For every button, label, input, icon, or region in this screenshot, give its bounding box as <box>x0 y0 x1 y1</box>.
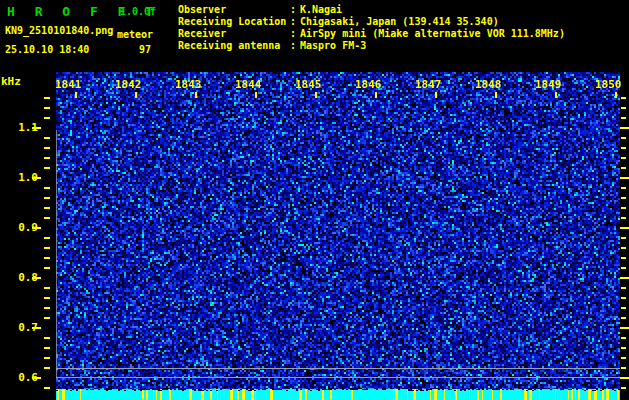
axis-tick <box>621 207 626 209</box>
axis-tick <box>621 117 626 119</box>
axis-tick <box>32 377 41 379</box>
axis-tick <box>435 92 437 98</box>
time-tick-label: 1845 <box>295 78 322 91</box>
info-row: Receiver:AirSpy mini (Miake alternative … <box>178 28 628 40</box>
axis-tick <box>621 357 626 359</box>
time-tick-label: 1847 <box>415 78 442 91</box>
axis-tick <box>135 92 137 98</box>
axis-tick <box>255 92 257 98</box>
axis-tick <box>44 137 50 139</box>
axis-tick <box>32 227 41 229</box>
axis-tick <box>620 127 629 129</box>
axis-tick <box>44 267 50 269</box>
info-separator: : <box>290 40 300 52</box>
axis-tick <box>621 367 626 369</box>
info-row: Receiving Location:Chigasaki, Japan (139… <box>178 16 628 28</box>
axis-tick <box>44 97 50 99</box>
axis-tick <box>195 92 197 98</box>
info-value: Maspro FM-3 <box>300 40 366 52</box>
axis-tick <box>44 307 50 309</box>
axis-tick <box>495 92 497 98</box>
time-tick-label: 1843 <box>175 78 202 91</box>
info-value: Chigasaki, Japan (139.414 35.340) <box>300 16 499 28</box>
axis-tick <box>621 257 626 259</box>
axis-tick <box>621 287 626 289</box>
axis-tick <box>621 217 626 219</box>
info-label: Receiving antenna <box>178 40 290 52</box>
meteor-count: 97 <box>127 44 151 55</box>
axis-tick <box>620 177 629 179</box>
axis-tick <box>44 317 50 319</box>
info-separator: : <box>290 4 300 16</box>
axis-tick <box>44 107 50 109</box>
filename-label: KN9_2510101840.png <box>5 25 113 36</box>
info-row: Receiving antenna:Maspro FM-3 <box>178 40 628 52</box>
axis-tick <box>44 197 50 199</box>
axis-tick <box>555 92 557 98</box>
info-label: Observer <box>178 4 290 16</box>
axis-tick <box>621 297 626 299</box>
version-label: 1.0.0f <box>120 6 156 17</box>
freq-axis-unit: kHz <box>1 75 21 88</box>
axis-tick <box>32 277 41 279</box>
axis-tick <box>621 137 626 139</box>
info-separator: : <box>290 16 300 28</box>
info-value: K.Nagai <box>300 4 342 16</box>
axis-tick <box>621 347 626 349</box>
axis-tick <box>44 287 50 289</box>
station-info: Observer:K.Nagai Receiving Location:Chig… <box>178 4 628 52</box>
axis-tick <box>44 207 50 209</box>
axis-tick <box>621 167 626 169</box>
axis-tick <box>32 127 41 129</box>
axis-tick <box>44 347 50 349</box>
time-tick-label: 1846 <box>355 78 382 91</box>
axis-tick <box>44 157 50 159</box>
axis-tick <box>615 92 617 98</box>
axis-tick <box>315 92 317 98</box>
axis-tick <box>75 92 77 98</box>
axis-tick <box>44 217 50 219</box>
axis-tick <box>621 147 626 149</box>
axis-tick <box>44 367 50 369</box>
axis-tick <box>32 177 41 179</box>
info-row: Observer:K.Nagai <box>178 4 628 16</box>
axis-tick <box>44 147 50 149</box>
axis-tick <box>620 227 629 229</box>
datetime-label: 25.10.10 18:40 <box>5 44 89 55</box>
axis-tick <box>621 197 626 199</box>
axis-tick <box>44 387 50 389</box>
axis-tick <box>621 337 626 339</box>
axis-tick <box>621 107 626 109</box>
axis-tick <box>44 237 50 239</box>
meteor-label: meteor <box>117 29 153 40</box>
info-value: AirSpy mini (Miake alternative VOR 111.8… <box>300 28 565 40</box>
info-label: Receiving Location <box>178 16 290 28</box>
time-tick-label: 1848 <box>475 78 502 91</box>
time-tick-label: 1842 <box>115 78 142 91</box>
axis-tick <box>620 377 629 379</box>
axis-tick <box>621 387 626 389</box>
axis-tick <box>621 317 626 319</box>
axis-tick <box>44 257 50 259</box>
axis-tick <box>44 167 50 169</box>
axis-tick <box>375 92 377 98</box>
axis-tick <box>44 357 50 359</box>
axis-tick <box>621 307 626 309</box>
axis-tick <box>621 237 626 239</box>
time-tick-label: 1841 <box>55 78 82 91</box>
axis-tick <box>621 187 626 189</box>
axis-tick <box>44 117 50 119</box>
axis-tick <box>621 267 626 269</box>
axis-tick <box>44 297 50 299</box>
axis-tick <box>621 97 626 99</box>
hrofft-window: H R O F F T 1.0.0f KN9_2510101840.png me… <box>0 0 629 400</box>
axis-tick <box>620 327 629 329</box>
axis-tick <box>620 277 629 279</box>
info-label: Receiver <box>178 28 290 40</box>
axis-tick <box>621 247 626 249</box>
spectrogram-canvas <box>56 72 620 400</box>
info-separator: : <box>290 28 300 40</box>
axis-tick <box>44 187 50 189</box>
time-tick-label: 1850 <box>595 78 622 91</box>
axis-tick <box>621 157 626 159</box>
